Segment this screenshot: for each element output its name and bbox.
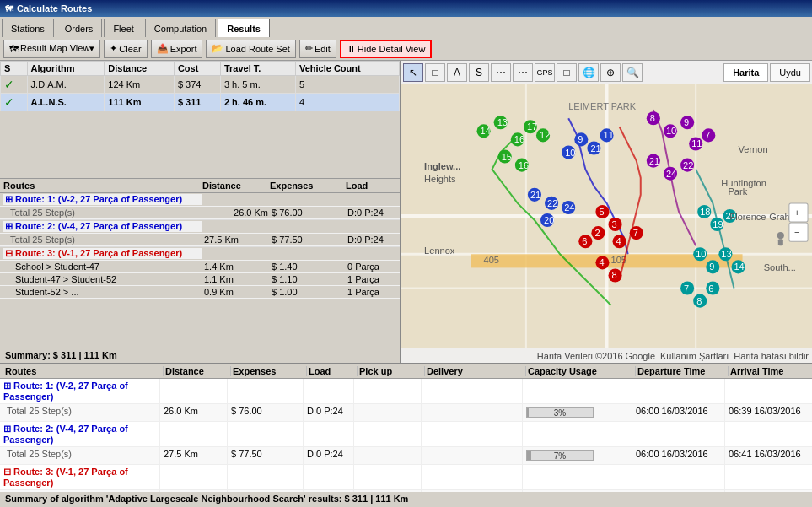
route-group-3: ⊟ Route: 3: (V-1, 27 Parça of Passenger)… (0, 247, 400, 299)
export-button[interactable]: 📤 Export (151, 40, 203, 58)
step-3-load: 1 Parça (346, 287, 396, 297)
route-3-expenses (270, 248, 346, 259)
svg-text:2: 2 (594, 228, 600, 238)
step-2-load: 1 Parça (346, 274, 396, 284)
travel-cell: 2 h. 46 m. (220, 94, 295, 111)
cost-cell: $ 374 (174, 76, 220, 94)
app-icon: 🗺 (5, 4, 13, 13)
bottom-col-distance: Distance (164, 366, 231, 376)
bottom-section: Routes Distance Expenses Load Pick up De… (0, 364, 812, 507)
svg-text:24: 24 (666, 169, 676, 179)
hide-detail-view-button[interactable]: ⏸ Hide Detail View (340, 40, 433, 58)
step-2-dist: 1.1 Km (202, 274, 270, 284)
bottom-col-delivery: Delivery (425, 366, 526, 376)
map-tab-harita[interactable]: Harita (723, 63, 768, 82)
svg-text:8: 8 (650, 113, 655, 123)
capacity-usage: 7% (523, 447, 632, 464)
globe-tool[interactable]: 🌐 (578, 63, 599, 82)
tab-orders[interactable]: Orders (56, 19, 103, 37)
col-header-algorithm: Algorithm (27, 62, 105, 76)
route-title-row[interactable]: ⊞ Route: 2: (V-4, 27 Parça of Passenger) (0, 220, 400, 234)
svg-text:21: 21 (590, 143, 600, 154)
list-item[interactable]: ⊟ Route: 3: (V-1, 27 Parça of Passenger) (0, 465, 812, 490)
route-title-row[interactable]: ⊞ Route: 1: (V-2, 27 Parça of Passenger) (0, 193, 400, 207)
svg-text:18: 18 (700, 207, 710, 217)
route-title-row[interactable]: ⊟ Route: 3: (V-1, 27 Parça of Passenger) (0, 247, 400, 261)
departure-time: 06:00 16/03/2016 (632, 447, 725, 464)
svg-text:Inglew...: Inglew... (424, 161, 460, 171)
route-tool[interactable]: ⋯ (491, 63, 511, 82)
route-1-total-expenses: $ 76.00 (270, 208, 346, 218)
svg-text:Lennox: Lennox (424, 245, 455, 256)
title-bar: 🗺 Calculate Routes (0, 0, 812, 17)
svg-text:8: 8 (612, 270, 617, 280)
map-tab-uydu[interactable]: Uydu (770, 63, 810, 82)
total-distance: 27.5 Km (160, 447, 228, 464)
table-row[interactable]: ✓ A.L.N.S. 111 Km $ 311 2 h. 46 m. 4 (1, 94, 400, 111)
clear-icon: ✦ (110, 43, 117, 54)
svg-text:17: 17 (527, 121, 537, 132)
svg-text:21: 21 (649, 156, 659, 166)
tab-fleet[interactable]: Fleet (104, 19, 143, 37)
route-1-subtitle: Total 25 Step(s) (3, 208, 202, 218)
svg-text:+: + (794, 208, 799, 218)
map-bottom-bar: Harita Verileri ©2016 Google Kullanım Şa… (401, 348, 812, 363)
edit-button[interactable]: ✏ Edit (299, 40, 336, 58)
distance-cell: 111 Km (105, 94, 175, 111)
load-route-set-button[interactable]: 📂 Load Route Set (206, 40, 295, 58)
svg-text:22: 22 (683, 160, 693, 170)
cost-cell: $ 311 (174, 94, 220, 111)
list-item[interactable]: ⊞ Route: 2: (V-4, 27 Parça of Passenger) (0, 422, 812, 447)
tab-results[interactable]: Results (218, 19, 270, 37)
gps-tool[interactable]: GPS (535, 63, 555, 82)
bottom-routes-scroll[interactable]: ⊞ Route: 1: (V-2, 27 Parça of Passenger)… (0, 379, 812, 492)
arrival-time: 06:39 16/03/2016 (725, 404, 812, 421)
route-3-title[interactable]: ⊟ Route: 3: (V-1, 27 Parça of Passenger) (3, 248, 202, 259)
top-section: S Algorithm Distance Cost Travel T. Vehi… (0, 61, 812, 364)
result-map-view-label: Result Map View▾ (20, 43, 94, 54)
layer-tool[interactable]: □ (557, 63, 577, 82)
tab-row: Stations Orders Fleet Computation Result… (0, 17, 812, 37)
search-tool[interactable]: 🔍 (622, 63, 643, 82)
export-label: Export (170, 44, 197, 54)
route-total-label: Total 25 Step(s) (0, 404, 160, 421)
map-area[interactable]: 405 105 14 13 16 (401, 84, 812, 348)
svg-text:21: 21 (530, 190, 540, 200)
load-icon: 📂 (212, 43, 223, 54)
cursor-tool[interactable]: ↖ (403, 63, 423, 82)
route-1-title[interactable]: ⊞ Route: 1: (V-2, 27 Parça of Passenger) (3, 194, 202, 205)
route-2-title[interactable]: ⊞ Route: 2: (V-4, 27 Parça of Passenger) (3, 221, 202, 232)
svg-text:22: 22 (547, 198, 557, 208)
text-tool[interactable]: A (447, 63, 467, 82)
table-row[interactable]: ✓ J.D.A.M. 124 Km $ 374 3 h. 5 m. 5 (1, 76, 400, 94)
route-2-expenses (270, 221, 346, 232)
svg-text:8: 8 (696, 296, 702, 306)
clear-button[interactable]: ✦ Clear (104, 40, 147, 58)
route-2-subtitle: Total 25 Step(s) (3, 235, 202, 245)
routes-scroll[interactable]: ⊞ Route: 1: (V-2, 27 Parça of Passenger)… (0, 193, 400, 348)
waypoint-tool[interactable]: ⋯ (513, 63, 533, 82)
result-map-view-button[interactable]: 🗺 Result Map View▾ (3, 40, 100, 58)
bottom-col-routes: Routes (3, 366, 164, 376)
tab-stations[interactable]: Stations (2, 19, 54, 37)
svg-text:Park: Park (728, 186, 747, 197)
map-svg: 405 105 14 13 16 (401, 84, 812, 348)
total-distance: 26.0 Km (160, 404, 228, 421)
plus-tool[interactable]: ⊕ (600, 63, 621, 82)
algorithm-cell: J.D.A.M. (27, 76, 105, 94)
bottom-col-expenses: Expenses (231, 366, 307, 376)
route-group-1: ⊞ Route: 1: (V-2, 27 Parça of Passenger)… (0, 193, 400, 220)
list-item[interactable]: ⊞ Route: 1: (V-2, 27 Parça of Passenger) (0, 379, 812, 404)
route-3-step-3: Student-52 > ... 0.9 Km $ 1.00 1 Parça (0, 286, 400, 299)
curve-tool[interactable]: S (469, 63, 489, 82)
rectangle-tool[interactable]: □ (425, 63, 445, 82)
svg-text:6: 6 (582, 236, 587, 246)
clear-label: Clear (119, 44, 141, 54)
bottom-col-pickup: Pick up (358, 366, 425, 376)
arrival-time: 06:41 16/03/2016 (725, 447, 812, 464)
tab-computation[interactable]: Computation (145, 19, 216, 37)
progress-label: 3% (527, 408, 593, 418)
route-3-distance (202, 248, 270, 259)
route-1-expenses (270, 194, 346, 205)
results-table-container: S Algorithm Distance Cost Travel T. Vehi… (0, 61, 400, 179)
